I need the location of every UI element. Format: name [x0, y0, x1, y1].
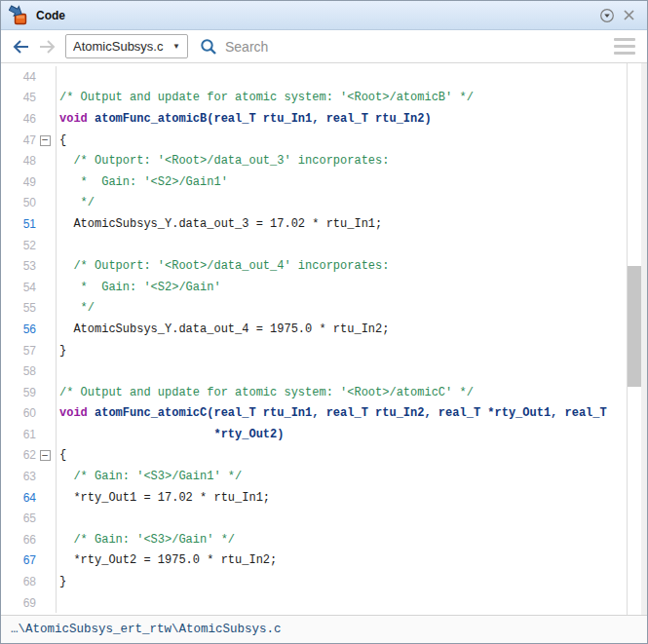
line-number: 69	[1, 596, 36, 610]
code-line: 54 * Gain: '<S2>/Gain'	[1, 277, 627, 298]
window-title: Code	[36, 9, 65, 22]
code-line: 62−{	[1, 445, 627, 467]
line-number-link[interactable]: 51	[1, 217, 36, 231]
code-text	[56, 508, 59, 529]
code-app-icon	[9, 5, 30, 25]
code-text: AtomicSubsys_Y.data_out_3 = 17.02 * rtu_…	[56, 213, 382, 235]
code-line: 58	[1, 360, 627, 382]
line-number: 59	[1, 386, 36, 399]
code-line: 47−{	[1, 130, 627, 151]
code-line: 59/* Output and update for atomic system…	[1, 382, 627, 403]
code-text: *rty_Out2 = 1975.0 * rtu_In2;	[56, 550, 277, 572]
code-text: }	[56, 340, 66, 361]
line-number: 45	[1, 91, 36, 104]
code-text: /* Gain: '<S3>/Gain1' */	[56, 466, 242, 487]
code-text: {	[56, 130, 66, 151]
code-lines[interactable]: 4445/* Output and update for atomic syst…	[1, 63, 627, 615]
code-area: 4445/* Output and update for atomic syst…	[1, 63, 647, 615]
code-text: void atomFunc_atomicC(real_T rtu_In1, re…	[56, 403, 607, 425]
code-line: 65	[1, 508, 627, 529]
line-number: 50	[1, 196, 36, 209]
code-line: 61 *rty_Out2)	[1, 424, 627, 445]
code-text	[56, 235, 59, 256]
code-text: }	[56, 571, 66, 592]
title-bar: Code	[1, 1, 647, 30]
line-number: 49	[1, 175, 36, 189]
code-line: 55 */	[1, 298, 627, 320]
line-number: 44	[1, 70, 36, 84]
code-line: 46void atomFunc_atomicB(real_T rtu_In1, …	[1, 108, 627, 130]
code-line: 57}	[1, 340, 627, 361]
code-text: /* Output and update for atomic system: …	[56, 382, 474, 403]
line-number: 63	[1, 470, 36, 483]
close-icon[interactable]	[618, 6, 639, 25]
code-text: */	[56, 298, 95, 320]
back-button[interactable]	[9, 35, 34, 58]
line-number: 52	[1, 239, 36, 252]
code-line: 48 /* Outport: '<Root>/data_out_3' incor…	[1, 150, 627, 171]
code-text: /* Gain: '<S3>/Gain' */	[56, 529, 235, 550]
search-box	[200, 38, 614, 56]
code-text: * Gain: '<S2>/Gain'	[56, 277, 221, 298]
fold-collapse-icon[interactable]: −	[36, 135, 56, 144]
line-number: 48	[1, 154, 36, 168]
code-text: /* Outport: '<Root>/data_out_3' incorpor…	[56, 150, 389, 171]
code-text: /* Output and update for atomic system: …	[56, 88, 474, 109]
line-number: 62	[1, 448, 36, 462]
code-line: 53 /* Outport: '<Root>/data_out_4' incor…	[1, 255, 627, 277]
code-text	[56, 66, 59, 88]
code-line: 60void atomFunc_atomicC(real_T rtu_In1, …	[1, 403, 627, 425]
code-line: 66 /* Gain: '<S3>/Gain' */	[1, 529, 627, 550]
line-number-link[interactable]: 64	[1, 491, 36, 505]
scrollbar-thumb[interactable]	[628, 266, 641, 388]
line-number: 66	[1, 533, 36, 547]
line-number: 54	[1, 281, 36, 294]
toolbar: AtomicSubsys.c ▼	[1, 30, 647, 63]
line-number: 47	[1, 133, 36, 147]
search-icon	[200, 38, 217, 56]
window-edge-strip	[641, 63, 647, 615]
code-text: * Gain: '<S2>/Gain1'	[56, 171, 228, 193]
code-text: {	[56, 445, 66, 467]
code-text	[56, 360, 59, 382]
code-text: /* Outport: '<Root>/data_out_4' incorpor…	[56, 255, 389, 277]
search-input[interactable]	[225, 39, 547, 55]
code-text: */	[56, 193, 95, 214]
line-number: 65	[1, 511, 36, 525]
code-text: *rty_Out1 = 17.02 * rtu_In1;	[56, 487, 270, 509]
code-text: *rty_Out2)	[56, 424, 284, 445]
code-line: 49 * Gain: '<S2>/Gain1'	[1, 171, 627, 193]
code-text	[56, 592, 59, 614]
code-window: Code A	[0, 0, 648, 644]
chevron-down-icon: ▼	[172, 42, 180, 51]
forward-button[interactable]	[34, 35, 59, 58]
code-line: 44	[1, 66, 627, 88]
line-number: 53	[1, 259, 36, 273]
code-text: void atomFunc_atomicB(real_T rtu_In1, re…	[56, 108, 432, 130]
file-selector-value: AtomicSubsys.c	[73, 39, 169, 54]
code-text: AtomicSubsys_Y.data_out_4 = 1975.0 * rtu…	[56, 319, 389, 340]
code-line: 45/* Output and update for atomic system…	[1, 88, 627, 109]
code-line: 56 AtomicSubsys_Y.data_out_4 = 1975.0 * …	[1, 319, 627, 340]
code-line: 69	[1, 592, 627, 614]
vertical-scrollbar[interactable]	[627, 63, 641, 615]
file-path-link[interactable]: …\AtomicSubsys_ert_rtw\AtomicSubsys.c	[11, 623, 282, 636]
code-line: 51 AtomicSubsys_Y.data_out_3 = 17.02 * r…	[1, 213, 627, 235]
fold-collapse-icon[interactable]: −	[36, 451, 56, 460]
status-bar: …\AtomicSubsys_ert_rtw\AtomicSubsys.c	[1, 615, 647, 643]
code-line: 68}	[1, 571, 627, 592]
line-number: 58	[1, 364, 36, 378]
code-line: 52	[1, 235, 627, 256]
line-number: 68	[1, 575, 36, 588]
line-number: 57	[1, 344, 36, 358]
dock-options-icon[interactable]	[596, 6, 618, 25]
menu-icon[interactable]	[614, 38, 637, 55]
code-line: 50 */	[1, 193, 627, 214]
file-selector-dropdown[interactable]: AtomicSubsys.c ▼	[65, 34, 188, 58]
line-number: 46	[1, 112, 36, 126]
line-number: 61	[1, 428, 36, 441]
code-line: 64 *rty_Out1 = 17.02 * rtu_In1;	[1, 487, 627, 509]
line-number-link[interactable]: 56	[1, 322, 36, 336]
line-number: 60	[1, 406, 36, 420]
line-number-link[interactable]: 67	[1, 553, 36, 567]
